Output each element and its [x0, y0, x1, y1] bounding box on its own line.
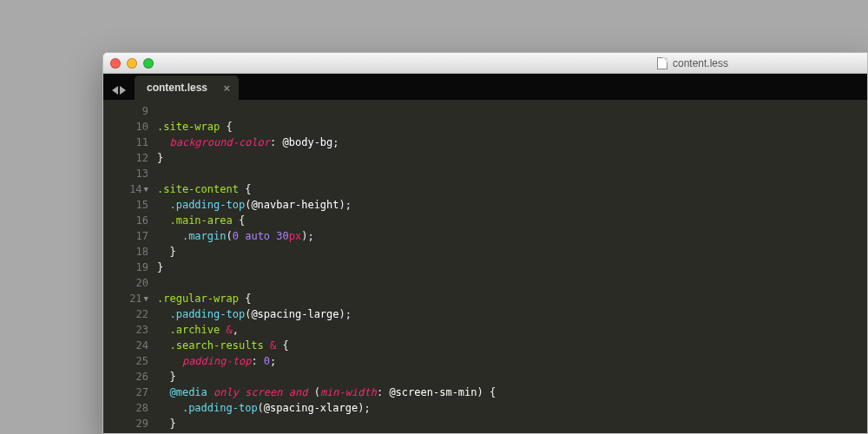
line-number: 24: [103, 338, 157, 353]
nav-arrows: [112, 86, 126, 100]
close-tab-icon[interactable]: ×: [223, 82, 230, 94]
minimize-window-button[interactable]: [127, 58, 137, 69]
line-number: 15: [103, 197, 157, 213]
code-line[interactable]: .margin(0 auto 30px);: [157, 228, 867, 244]
code-line[interactable]: .padding-top(@navbar-height);: [157, 197, 867, 213]
code-line[interactable]: [157, 166, 867, 181]
line-number: 23: [103, 322, 157, 338]
line-number: 16: [103, 213, 157, 228]
code-line[interactable]: .search-results & {: [157, 338, 867, 353]
code-line[interactable]: @media only screen and (min-width: @scre…: [157, 385, 867, 400]
file-icon: [657, 57, 667, 69]
line-number: 19: [103, 260, 157, 275]
line-number: 20: [103, 275, 157, 291]
code-line[interactable]: }: [157, 260, 867, 275]
code-line[interactable]: .archive &,: [157, 322, 867, 338]
line-number: 21▼: [103, 291, 157, 306]
code-line[interactable]: [157, 275, 867, 291]
code-line[interactable]: .site-wrap {: [157, 119, 867, 135]
code-line[interactable]: .regular-wrap {: [157, 291, 867, 306]
fold-toggle-icon[interactable]: ▼: [144, 291, 148, 306]
traffic-lights: [110, 58, 154, 69]
code-line[interactable]: .site-content {: [157, 181, 867, 197]
app-window: content.less content.less × 91011121314▼…: [102, 52, 868, 434]
nav-back-button[interactable]: [112, 86, 118, 95]
code-line[interactable]: }: [157, 150, 867, 166]
line-number: 17: [103, 228, 157, 244]
tab-bar: content.less ×: [103, 74, 867, 100]
fold-toggle-icon[interactable]: ▼: [144, 181, 148, 197]
line-number: 13: [103, 166, 157, 181]
code-editor[interactable]: 91011121314▼15161718192021▼2223242526272…: [103, 100, 867, 433]
line-number: 11: [103, 135, 157, 150]
line-number: 12: [103, 150, 157, 166]
line-number: 28: [103, 400, 157, 416]
line-number: 10: [103, 119, 157, 135]
zoom-window-button[interactable]: [143, 58, 154, 69]
code-line[interactable]: background-color: @body-bg;: [157, 135, 867, 150]
line-number: 18: [103, 244, 157, 260]
code-line[interactable]: .main-area {: [157, 213, 867, 228]
close-window-button[interactable]: [110, 58, 121, 69]
tab-label: content.less: [147, 82, 207, 94]
titlebar[interactable]: content.less: [103, 53, 867, 74]
line-number: 26: [103, 369, 157, 385]
line-number: 22: [103, 306, 157, 322]
editor-area: content.less × 91011121314▼1516171819202…: [103, 74, 867, 433]
code-line[interactable]: }: [157, 416, 867, 431]
line-number: 25: [103, 353, 157, 369]
code-line[interactable]: padding-top: 0;: [157, 353, 867, 369]
titlebar-filename: content.less: [673, 57, 728, 69]
nav-forward-button[interactable]: [120, 86, 126, 95]
titlebar-file: content.less: [657, 53, 728, 73]
line-number: 14▼: [103, 181, 157, 197]
line-number-gutter: 91011121314▼15161718192021▼2223242526272…: [103, 103, 157, 433]
code-line[interactable]: .padding-top(@spacing-xlarge);: [157, 400, 867, 416]
tab-active[interactable]: content.less ×: [135, 76, 239, 100]
code-line[interactable]: .padding-top(@spacing-large);: [157, 306, 867, 322]
code-line[interactable]: }: [157, 244, 867, 260]
code-content[interactable]: .site-wrap { background-color: @body-bg;…: [157, 103, 867, 433]
line-number: 9: [103, 103, 157, 119]
code-line[interactable]: [157, 103, 867, 119]
line-number: 27: [103, 385, 157, 400]
code-line[interactable]: }: [157, 369, 867, 385]
line-number: 29: [103, 416, 157, 431]
